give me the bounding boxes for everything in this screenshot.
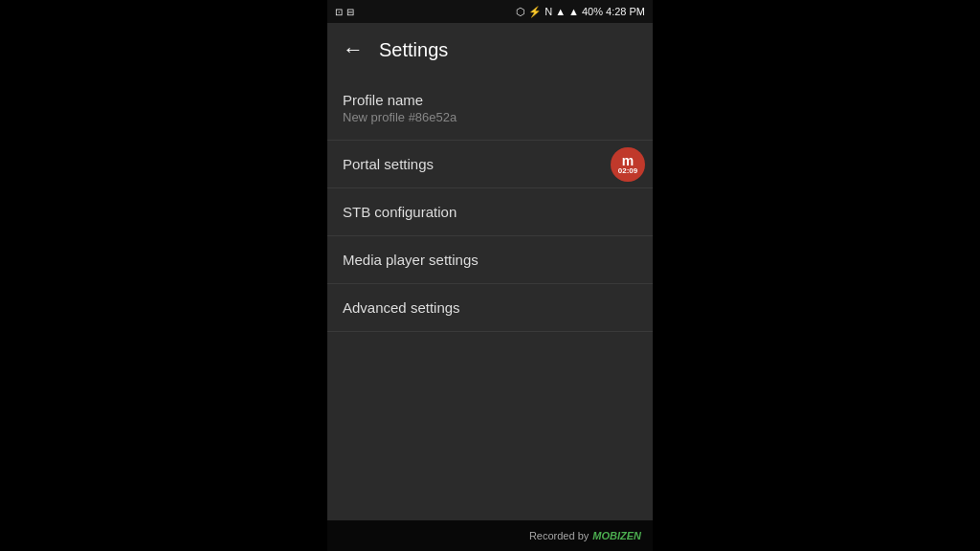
sidebar-item-profile-name[interactable]: Profile name New profile #86e52a — [327, 77, 653, 141]
cast-icon: ⬡ — [516, 6, 525, 18]
portal-badge-time: 02:09 — [618, 167, 637, 175]
sidebar-item-stb-configuration[interactable]: STB configuration — [327, 188, 653, 236]
time-text: 4:28 PM — [606, 6, 645, 17]
n-icon: N — [545, 6, 552, 17]
settings-list: Profile name New profile #86e52a Portal … — [327, 77, 653, 520]
stb-configuration-label: STB configuration — [343, 204, 637, 220]
profile-name-label: Profile name — [343, 92, 637, 108]
sidebar-item-media-player-settings[interactable]: Media player settings — [327, 236, 653, 284]
app-icon-2: ⊟ — [346, 7, 354, 17]
recorded-bar: Recorded by MOBIZEN — [327, 520, 653, 551]
app-icon-1: ⊡ — [335, 7, 343, 17]
back-icon: ← — [343, 37, 364, 62]
empty-area — [327, 332, 653, 520]
bluetooth-icon: ⚡ — [528, 6, 542, 18]
portal-settings-label: Portal settings — [343, 156, 637, 172]
portal-badge: m 02:09 — [611, 147, 645, 182]
status-bar: ⊡ ⊟ ⬡ ⚡ N ▲ ▲ 40% 4:28 PM — [327, 0, 653, 23]
phone-screen: ⊡ ⊟ ⬡ ⚡ N ▲ ▲ 40% 4:28 PM ← Settings — [327, 0, 653, 551]
app-bar: ← Settings — [327, 23, 653, 77]
signal-icon: ▲ — [555, 6, 566, 17]
back-button[interactable]: ← — [343, 37, 364, 62]
mobizen-brand: MOBIZEN — [592, 530, 641, 541]
profile-name-value: New profile #86e52a — [343, 110, 637, 124]
sidebar-item-advanced-settings[interactable]: Advanced settings — [327, 284, 653, 332]
wifi-icon: ▲ — [568, 6, 579, 17]
page-title: Settings — [379, 39, 448, 61]
recorded-text: Recorded by MOBIZEN — [529, 530, 641, 541]
sidebar-item-portal-settings[interactable]: Portal settings m 02:09 — [327, 141, 653, 188]
portal-badge-letter: m — [622, 154, 634, 167]
media-player-settings-label: Media player settings — [343, 252, 637, 268]
status-bar-left: ⊡ ⊟ — [335, 7, 354, 17]
battery-text: 40% — [582, 6, 603, 17]
status-bar-right: ⬡ ⚡ N ▲ ▲ 40% 4:28 PM — [516, 6, 645, 18]
advanced-settings-label: Advanced settings — [343, 299, 637, 316]
recorded-by-label: Recorded by — [529, 530, 589, 541]
